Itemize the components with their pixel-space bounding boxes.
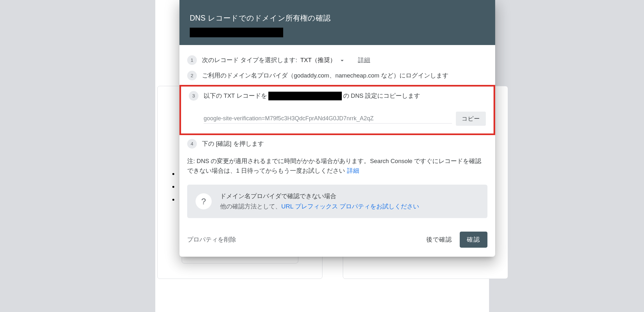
info-title: ドメイン名プロバイダで確認できない場合: [220, 192, 479, 201]
verify-later-button[interactable]: 後で確認: [426, 235, 452, 244]
step3-highlight: 3 以下の TXT レコードを の DNS 設定にコピーします コピー: [179, 85, 495, 135]
step-2: 2 ご利用のドメイン名プロバイダ（godaddy.com、namecheap.c…: [187, 71, 487, 80]
note-details-link[interactable]: 詳細: [347, 167, 359, 174]
copy-button[interactable]: コピー: [456, 112, 486, 126]
dialog-body: 1 次のレコード タイプを選択します: TXT（推奨） 詳細 2 ご利用のドメイ…: [179, 45, 495, 226]
txt-record-input[interactable]: [204, 114, 452, 124]
step4-text: 下の [確認] を押します: [202, 139, 487, 148]
chevron-down-icon: [339, 55, 346, 65]
alt-verification-info: ? ドメイン名プロバイダで確認できない場合 他の確認方法として、URL プレフィ…: [187, 185, 487, 218]
record-type-value: TXT（推奨）: [300, 55, 336, 65]
step-number-badge: 2: [187, 71, 197, 80]
record-type-dropdown[interactable]: TXT（推奨）: [300, 55, 346, 65]
help-icon: ?: [196, 193, 212, 209]
step-1: 1 次のレコード タイプを選択します: TXT（推奨） 詳細: [187, 55, 487, 65]
step-number-badge: 1: [187, 55, 197, 65]
dns-verification-dialog: DNS レコードでのドメイン所有権の確認 1 次のレコード タイプを選択します:…: [179, 0, 495, 257]
step2-text: ご利用のドメイン名プロバイダ（godaddy.com、namecheap.com…: [202, 71, 487, 80]
background-bullet: [172, 173, 174, 175]
verify-button[interactable]: 確認: [460, 232, 487, 248]
background-bullet: [172, 186, 174, 188]
dialog-footer: プロパティを削除 後で確認 確認: [179, 226, 495, 257]
step3-text-prefix: 以下の TXT レコードを: [204, 91, 267, 100]
dns-note: 注: DNS の変更が適用されるまでに時間がかかる場合があります。Search …: [187, 156, 487, 176]
dialog-title: DNS レコードでのドメイン所有権の確認: [190, 13, 485, 23]
step-number-badge: 3: [189, 91, 198, 101]
info-sub-prefix: 他の確認方法として、: [220, 203, 281, 210]
step1-label: 次のレコード タイプを選択します:: [202, 55, 297, 65]
step-number-badge: 4: [187, 139, 197, 149]
note-text: 注: DNS の変更が適用されるまでに時間がかかる場合があります。Search …: [187, 158, 481, 174]
delete-property-link[interactable]: プロパティを削除: [187, 235, 236, 244]
step3-text-suffix: の DNS 設定にコピーします: [343, 91, 420, 100]
step1-details-link[interactable]: 詳細: [358, 55, 370, 65]
domain-name-redacted: [190, 28, 283, 37]
step-4: 4 下の [確認] を押します: [187, 139, 487, 149]
domain-name-redacted-inline: [268, 92, 342, 100]
url-prefix-link[interactable]: URL プレフィックス プロパティをお試しください: [281, 203, 419, 210]
dialog-header: DNS レコードでのドメイン所有権の確認: [179, 0, 495, 45]
background-bullet: [172, 199, 174, 201]
